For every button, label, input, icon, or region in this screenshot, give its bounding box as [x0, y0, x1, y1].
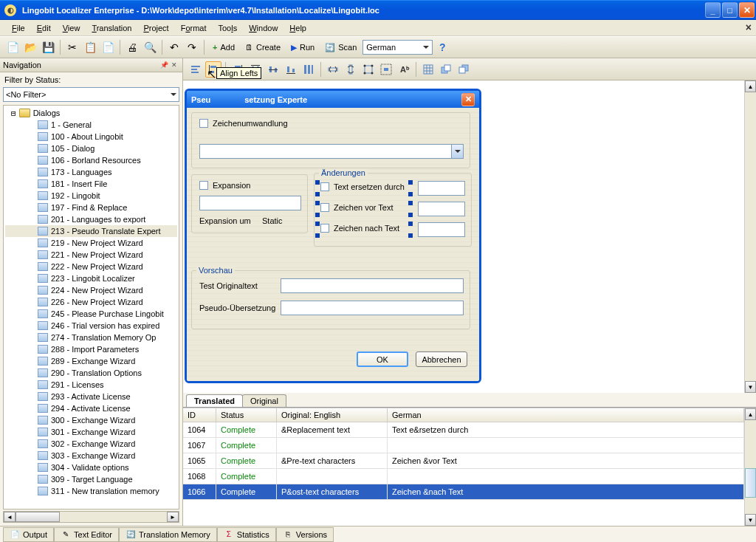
copy-icon[interactable]: 📋 [82, 39, 98, 55]
table-row[interactable]: 1067Complete [183, 438, 744, 453]
paste-icon[interactable]: 📄 [100, 39, 116, 55]
size-icon-3[interactable] [360, 61, 377, 78]
grid-vscroll[interactable]: ▲ ▼ [744, 408, 756, 526]
expansion-input[interactable] [199, 196, 301, 210]
menu-translation[interactable]: Translation [86, 22, 137, 34]
table-row[interactable]: 1065Complete&Pre-text charactersZeichen … [183, 453, 744, 469]
text-icon[interactable]: Aᵇ [396, 61, 412, 78]
menu-edit[interactable]: Edit [31, 22, 57, 34]
tree-item[interactable]: 222 - New Project Wizard [5, 261, 177, 272]
zeichen-combo[interactable] [199, 144, 464, 159]
size-icon-2[interactable] [343, 61, 359, 78]
print-icon[interactable]: 🖨 [124, 39, 140, 55]
minimize-button[interactable]: _ [705, 2, 721, 18]
layers-icon-2[interactable] [456, 61, 472, 78]
tree-item[interactable]: 290 - Translation Options [5, 367, 177, 379]
close-panel-icon[interactable]: ✕ [169, 60, 179, 70]
test-orig-input[interactable] [281, 278, 464, 293]
tree-item[interactable]: 106 - Borland Resources [5, 154, 177, 166]
translation-grid[interactable]: ID Status Original: English German 1064C… [183, 408, 744, 526]
tree-item[interactable]: 274 - Translation Memory Op [5, 332, 177, 343]
tree-item[interactable]: 173 - Languages [5, 166, 177, 178]
menu-project[interactable]: Project [137, 22, 174, 34]
tree-item[interactable]: 201 - Languages to export [5, 213, 177, 225]
tree-item[interactable]: 224 - New Project Wizard [5, 284, 177, 296]
tree-item[interactable]: 301 - Exchange Wizard [5, 426, 177, 438]
dialog-close-icon[interactable]: ✕ [461, 93, 475, 106]
zeichen-vor-checkbox[interactable] [320, 203, 329, 212]
help-icon[interactable]: ? [434, 39, 450, 55]
menu-file[interactable]: File [6, 22, 31, 34]
menu-view[interactable]: View [57, 22, 86, 34]
tab-output[interactable]: 📄Output [3, 527, 54, 542]
tab-translation-memory[interactable]: 🔄Translation Memory [119, 527, 217, 542]
table-row[interactable]: 1064Complete&Replacement textText e&rset… [183, 422, 744, 438]
dialog-design-area[interactable]: Pseu setzung Experte ✕ Zeichenumwandlung… [183, 80, 756, 393]
add-button[interactable]: +Add [208, 41, 239, 53]
zeichen-checkbox[interactable] [199, 119, 208, 128]
tree-item[interactable]: 197 - Find & Replace [5, 202, 177, 213]
open-icon[interactable]: 📂 [22, 39, 38, 55]
expansion-checkbox[interactable] [199, 181, 208, 190]
tree-item[interactable]: 302 - Exchange Wizard [5, 438, 177, 450]
tree-item[interactable]: 294 - Activate License [5, 402, 177, 414]
tree-item[interactable]: 221 - New Project Wizard [5, 249, 177, 261]
close-button[interactable]: ✕ [739, 2, 755, 18]
tree-item[interactable]: 213 - Pseudo Translate Expert [5, 225, 177, 237]
cut-icon[interactable]: ✂ [64, 39, 80, 55]
size-icon-1[interactable] [325, 61, 341, 78]
tree-item[interactable]: 219 - New Project Wizard [5, 237, 177, 249]
tree-item[interactable]: 291 - Licenses [5, 379, 177, 391]
center-icon-1[interactable] [378, 61, 394, 78]
tree-item[interactable]: 246 - Trial version has expired [5, 320, 177, 332]
pseudo-input[interactable] [281, 301, 464, 315]
find-icon[interactable]: 🔍 [142, 39, 158, 55]
language-select[interactable]: German [362, 40, 433, 55]
tree-root[interactable]: ⊟Dialogs [5, 107, 177, 119]
tree-item[interactable]: 100 - About Lingobit [5, 131, 177, 143]
tree-item[interactable]: 304 - Validate options [5, 462, 177, 473]
tree-item[interactable]: 181 - Insert File [5, 178, 177, 190]
zeichen-nach-input[interactable] [418, 222, 465, 237]
tree-item[interactable]: 1 - General [5, 119, 177, 131]
text-ersetzen-input[interactable] [418, 181, 465, 196]
tree-item[interactable]: 311 - New translation memory [5, 485, 177, 497]
tree-scrollbar[interactable]: ◄ ► [3, 511, 179, 523]
pin-icon[interactable]: 📌 [159, 60, 169, 70]
tab-text-editor[interactable]: ✎Text Editor [54, 527, 119, 542]
zeichen-nach-checkbox[interactable] [320, 224, 329, 233]
save-icon[interactable]: 💾 [40, 39, 56, 55]
redo-icon[interactable]: ↷ [184, 39, 200, 55]
tree-item[interactable]: 192 - Lingobit [5, 190, 177, 202]
tree-item[interactable]: 245 - Please Purchase Lingobit [5, 308, 177, 320]
distribute-icon-1[interactable] [300, 61, 317, 78]
maximize-button[interactable]: □ [722, 2, 738, 18]
menu-window[interactable]: Window [243, 22, 284, 34]
tab-original[interactable]: Original [242, 394, 286, 407]
tree-item[interactable]: 293 - Activate License [5, 391, 177, 402]
zeichen-vor-input[interactable] [418, 202, 465, 216]
dialog-tree[interactable]: ⊟Dialogs1 - General100 - About Lingobit1… [3, 105, 179, 510]
new-icon[interactable]: 📄 [4, 39, 21, 55]
tree-item[interactable]: 289 - Exchange Wizard [5, 355, 177, 367]
align-icon-1[interactable] [188, 61, 204, 78]
align-icon-5[interactable] [265, 61, 281, 78]
tab-versions[interactable]: ⎘Versions [276, 527, 334, 542]
table-row[interactable]: 1066CompleteP&ost-text charactersZeichen… [183, 484, 744, 500]
grid-icon[interactable] [420, 61, 436, 78]
text-ersetzen-checkbox[interactable] [320, 182, 329, 191]
tree-item[interactable]: 303 - Exchange Wizard [5, 450, 177, 462]
menu-format[interactable]: Format [175, 22, 213, 34]
tree-item[interactable]: 288 - Import Parameters [5, 343, 177, 355]
close-document-button[interactable]: × [746, 21, 752, 33]
undo-icon[interactable]: ↶ [166, 39, 182, 55]
tree-item[interactable]: 300 - Exchange Wizard [5, 414, 177, 426]
create-button[interactable]: 🗓Create [241, 41, 285, 53]
menu-help[interactable]: Help [284, 22, 312, 34]
tree-item[interactable]: 226 - New Project Wizard [5, 296, 177, 308]
scan-button[interactable]: 🔄Scan [320, 41, 361, 54]
filter-select[interactable]: <No Filter> [3, 87, 179, 102]
menu-tools[interactable]: Tools [213, 22, 244, 34]
tree-item[interactable]: 105 - Dialog [5, 143, 177, 154]
tab-translated[interactable]: Translated [186, 394, 243, 407]
